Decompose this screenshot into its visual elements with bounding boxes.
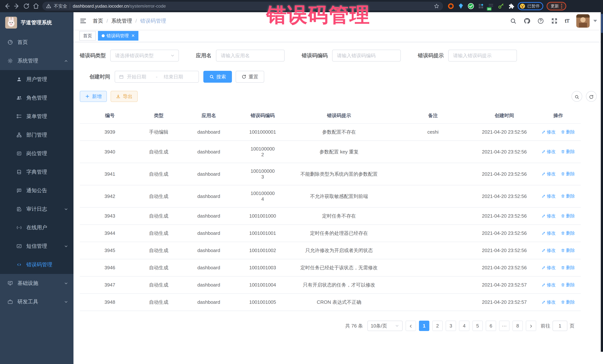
browser-update-button[interactable]: 更新 — [547, 2, 566, 10]
error-type-select[interactable]: 请选择错误码类型 — [110, 50, 179, 62]
edit-link[interactable]: 修改 — [542, 149, 556, 154]
sidebar-item-5[interactable]: 部门管理 — [0, 126, 73, 144]
start-date-input[interactable] — [127, 71, 153, 82]
reset-button[interactable]: 重置 — [236, 71, 264, 83]
extensions-puzzle-icon[interactable] — [508, 3, 514, 10]
delete-link[interactable]: 删除 — [561, 282, 575, 288]
fullscreen-icon[interactable] — [551, 18, 558, 24]
edit-link[interactable]: 修改 — [542, 129, 556, 135]
page-button-1[interactable]: 1 — [419, 321, 429, 331]
hamburger-icon[interactable] — [79, 17, 87, 25]
more-pages-button[interactable]: ··· — [499, 321, 510, 331]
field-app-name: 应用名 — [196, 50, 285, 62]
breadcrumb-item-0[interactable]: 首页 — [93, 17, 103, 24]
sidebar-item-4[interactable]: 菜单管理 — [0, 107, 73, 126]
tab-close-icon[interactable]: ✕ — [131, 33, 135, 38]
header-search-icon[interactable] — [510, 18, 517, 24]
delete-link[interactable]: 删除 — [561, 149, 575, 154]
add-button[interactable]: 新增 — [80, 91, 107, 102]
extension-grid-icon[interactable] — [477, 3, 484, 10]
github-icon[interactable] — [524, 18, 530, 24]
sidebar-item-6[interactable]: 岗位管理 — [0, 144, 73, 163]
edit-link[interactable]: 修改 — [542, 213, 556, 219]
hide-search-button[interactable] — [571, 91, 582, 102]
delete-link[interactable]: 删除 — [561, 213, 575, 219]
delete-link[interactable]: 删除 — [561, 193, 575, 199]
cell-type: 自动生成 — [140, 185, 178, 207]
edit-link[interactable]: 修改 — [542, 299, 556, 305]
extension-blue-gem-icon[interactable] — [458, 3, 464, 10]
tab-0[interactable]: 首页 — [79, 31, 96, 41]
error-code-input[interactable] — [333, 50, 400, 61]
search-button[interactable]: 搜索 — [203, 71, 232, 83]
sidebar-item-10[interactable]: 在线用户 — [0, 218, 73, 237]
page-button-8[interactable]: 8 — [512, 321, 523, 331]
end-date-input[interactable] — [161, 71, 186, 82]
browser-back-icon[interactable] — [4, 3, 10, 10]
sidebar-item-14[interactable]: 研发工具 — [0, 292, 73, 311]
edit-link[interactable]: 修改 — [542, 230, 556, 236]
browser-menu-kebab-icon[interactable] — [561, 4, 562, 9]
sidebar-item-13[interactable]: 基础设施 — [0, 274, 73, 292]
omnibox-divider — [70, 3, 70, 9]
edit-link[interactable]: 修改 — [542, 193, 556, 199]
jumper-input[interactable] — [553, 321, 567, 331]
sidebar-item-9[interactable]: 审计日志 — [0, 200, 73, 218]
sidebar-item-0[interactable]: 首页 — [0, 33, 73, 52]
sidebar-item-7[interactable]: 字典管理 — [0, 163, 73, 181]
sidebar-item-3[interactable]: 角色管理 — [0, 88, 73, 107]
page-button-2[interactable]: 2 — [432, 321, 443, 331]
address-bar[interactable]: 不安全 dashboard.yudao.iocoder.cn/system/er… — [42, 2, 443, 11]
prev-page-button[interactable] — [406, 321, 416, 331]
sidebar-item-2[interactable]: 用户管理 — [0, 70, 73, 88]
export-button[interactable]: 导出 — [111, 91, 138, 102]
sidebar-item-8[interactable]: 通知公告 — [0, 181, 73, 200]
extension-key-icon[interactable] — [498, 3, 504, 10]
extension-tag-manager-icon[interactable]: on — [487, 3, 494, 10]
delete-link[interactable]: 删除 — [561, 247, 575, 253]
extension-orange-ring-icon[interactable] — [448, 3, 454, 10]
page-size-select[interactable]: 10条/页 — [367, 321, 403, 331]
app-name-input[interactable] — [216, 50, 284, 61]
delete-link[interactable]: 删除 — [561, 171, 575, 177]
page-button-6[interactable]: 6 — [486, 321, 496, 331]
font-size-icon[interactable]: tT — [565, 18, 569, 24]
sidebar-item-1[interactable]: 系统管理 — [0, 52, 73, 70]
delete-link[interactable]: 删除 — [561, 129, 575, 135]
browser-scrollbar[interactable] — [601, 12, 603, 352]
edit-link[interactable]: 修改 — [542, 282, 556, 288]
cell-remark: ceshi — [393, 123, 473, 141]
user-avatar[interactable] — [576, 14, 597, 28]
sidebar-item-12[interactable]: 错误码管理 — [0, 255, 73, 274]
next-page-button[interactable] — [526, 321, 536, 331]
date-range-picker[interactable]: - — [115, 71, 199, 83]
browser-forward-icon[interactable] — [13, 3, 20, 10]
breadcrumb-item-1[interactable]: 系统管理 — [111, 17, 132, 24]
page-button-4[interactable]: 4 — [459, 321, 469, 331]
bookmark-star-icon[interactable] — [434, 3, 439, 9]
delete-link[interactable]: 删除 — [561, 299, 575, 305]
edit-link[interactable]: 修改 — [542, 247, 556, 253]
browser-refresh-icon[interactable] — [23, 3, 30, 10]
scrollbar-thumb[interactable] — [601, 14, 603, 33]
extension-green-check-icon[interactable] — [468, 3, 474, 10]
column-header-6: 创建时间 — [473, 108, 536, 123]
delete-link[interactable]: 删除 — [561, 230, 575, 236]
tab-1[interactable]: 错误码管理✕ — [98, 31, 139, 41]
refresh-table-button[interactable] — [586, 91, 597, 102]
error-hint-input[interactable] — [449, 50, 517, 61]
sidebar-item-label: 角色管理 — [26, 94, 68, 101]
browser-home-icon[interactable] — [33, 3, 39, 10]
profile-paused-pill[interactable]: 已暂停 — [518, 2, 543, 10]
sidebar-item-11[interactable]: 短信管理 — [0, 237, 73, 255]
app-logo[interactable]: 芋道管理系统 — [0, 12, 73, 33]
help-icon[interactable] — [537, 18, 544, 24]
page-button-3[interactable]: 3 — [446, 321, 456, 331]
page-button-5[interactable]: 5 — [472, 321, 483, 331]
edit-link[interactable]: 修改 — [542, 265, 556, 271]
security-warning-icon[interactable] — [46, 3, 51, 9]
delete-link[interactable]: 删除 — [561, 265, 575, 271]
edit-link[interactable]: 修改 — [542, 171, 556, 177]
navbar: 首页/系统管理/错误码管理 tT — [73, 12, 603, 30]
edit-link-label: 修改 — [547, 282, 556, 288]
